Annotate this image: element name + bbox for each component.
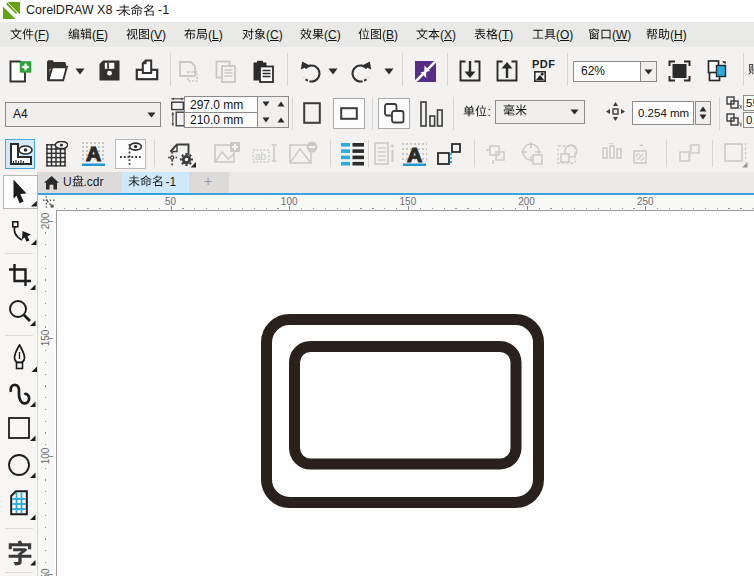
svg-text:Y: Y — [739, 121, 743, 128]
svg-text:x: x — [739, 103, 742, 110]
svg-text:A: A — [407, 143, 422, 166]
svg-text:ab: ab — [255, 151, 267, 162]
svg-text:A: A — [86, 142, 101, 165]
